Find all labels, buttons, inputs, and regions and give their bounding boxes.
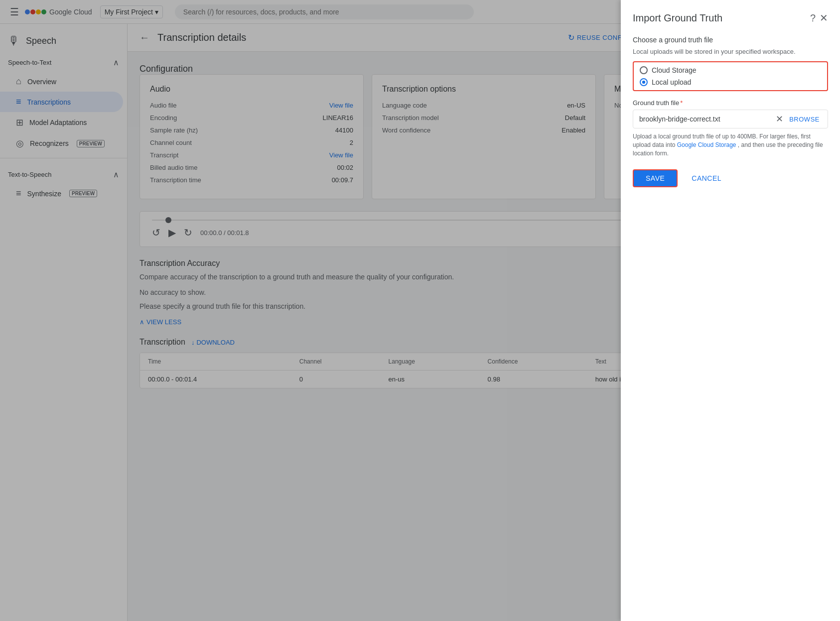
cloud-storage-link[interactable]: Google Cloud Storage	[677, 141, 736, 148]
panel-title: Import Ground Truth	[633, 12, 722, 24]
cloud-storage-label: Cloud Storage	[652, 66, 697, 74]
panel-header-icons: ? ✕	[810, 12, 828, 24]
clear-file-button[interactable]: ✕	[774, 112, 785, 126]
cancel-button[interactable]: CANCEL	[684, 170, 729, 186]
help-circle-icon[interactable]: ?	[810, 12, 816, 24]
import-panel: Import Ground Truth ? ✕ Choose a ground …	[621, 0, 840, 621]
local-upload-option[interactable]: Local upload	[640, 78, 821, 86]
file-input-row: brooklyn-bridge-correct.txt ✕ BROWSE	[633, 110, 828, 128]
file-hint: Upload a local ground truth file of up t…	[633, 132, 828, 157]
close-panel-icon[interactable]: ✕	[820, 12, 828, 24]
local-upload-radio[interactable]	[640, 78, 648, 86]
panel-header: Import Ground Truth ? ✕	[633, 12, 828, 24]
panel-actions: SAVE CANCEL	[633, 169, 828, 187]
choose-file-title: Choose a ground truth file	[633, 36, 828, 44]
cloud-storage-option[interactable]: Cloud Storage	[640, 66, 821, 74]
file-field-label: Ground truth file *	[633, 99, 828, 107]
local-upload-label: Local upload	[652, 78, 691, 86]
storage-options-group: Cloud Storage Local upload	[633, 61, 828, 91]
panel-info-text: Local uploads will be stored in your spe…	[633, 48, 828, 55]
required-star: *	[680, 99, 683, 107]
file-label-text: Ground truth file	[633, 99, 679, 107]
file-input-value: brooklyn-bridge-correct.txt	[637, 110, 774, 128]
save-button[interactable]: SAVE	[633, 169, 678, 187]
browse-button[interactable]: BROWSE	[785, 114, 824, 125]
cloud-storage-radio[interactable]	[640, 66, 648, 74]
